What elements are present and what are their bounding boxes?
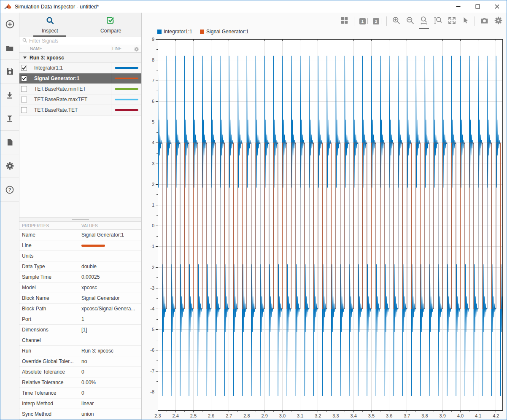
- property-label: Channel: [22, 337, 41, 343]
- signal-line-cell: [111, 105, 141, 115]
- export-button[interactable]: [0, 107, 19, 131]
- add-button[interactable]: [0, 13, 19, 36]
- search-icon: [22, 37, 27, 45]
- window-title: Simulation Data Inspector - untitled*: [15, 4, 99, 10]
- gear-icon: [494, 16, 503, 27]
- property-row[interactable]: Units: [19, 251, 141, 261]
- property-label: Relative Tolerance: [22, 380, 64, 385]
- zoom-out-button[interactable]: [406, 16, 415, 27]
- property-row[interactable]: NameSignal Generator:1: [19, 230, 141, 240]
- zoom-in-button[interactable]: [392, 16, 401, 27]
- plot-settings-button[interactable]: [494, 16, 503, 27]
- property-row[interactable]: RunRun 3: xpcosc: [19, 346, 141, 356]
- property-label: Interp Method: [22, 401, 53, 407]
- property-label: Model: [22, 285, 36, 291]
- x-tick-label: 3.0: [279, 413, 286, 418]
- layout-button[interactable]: [340, 16, 349, 27]
- snapshot-button[interactable]: [480, 16, 489, 27]
- x-tick-label: 4.2: [493, 413, 499, 418]
- signal-line-swatch: [115, 88, 138, 90]
- tab-inspect-label: Inspect: [42, 28, 58, 34]
- maximize-button[interactable]: [468, 0, 487, 13]
- signal-row[interactable]: Integrator1:1: [19, 63, 141, 73]
- signal-checkbox[interactable]: [21, 86, 27, 92]
- property-label: Time Tolerance: [22, 390, 56, 396]
- y-tick-label: -3: [150, 285, 154, 291]
- signal-checkbox[interactable]: [21, 65, 27, 71]
- property-value: 0: [81, 390, 84, 396]
- properties-splitter[interactable]: [19, 217, 141, 222]
- property-row[interactable]: Channel: [19, 335, 141, 346]
- signal-line-swatch: [115, 109, 138, 111]
- signal-row[interactable]: TET.BaseRate.TET: [19, 105, 141, 116]
- y-tick-label: -5: [150, 327, 154, 332]
- property-label: Absolute Tolerance: [22, 369, 65, 375]
- property-row[interactable]: Dimensions[1]: [19, 325, 141, 335]
- create-report-button[interactable]: [0, 131, 19, 154]
- signal-checkbox[interactable]: [21, 107, 27, 113]
- document-icon: [6, 138, 14, 147]
- close-button[interactable]: [487, 0, 507, 13]
- chart-toolbar: 12: [340, 15, 503, 27]
- y-tick-label: 7: [152, 78, 154, 83]
- time-plot[interactable]: 2.32.42.52.62.72.82.93.03.13.23.33.43.53…: [142, 26, 507, 420]
- property-row[interactable]: Sample Time0.00025: [19, 272, 141, 283]
- x-tick-label: 2.6: [208, 413, 214, 418]
- fit-to-view-button[interactable]: [448, 16, 456, 27]
- zoom-in-icon: [392, 16, 401, 27]
- property-row[interactable]: Line: [19, 240, 141, 251]
- help-button[interactable]: ?: [0, 178, 19, 202]
- filter-signals-box: [19, 37, 141, 45]
- x-tick-label: 4.1: [475, 413, 481, 418]
- import-icon: [5, 91, 14, 100]
- show-cursors-button[interactable]: [461, 16, 469, 26]
- signal-row[interactable]: TET.BaseRate.minTET: [19, 84, 141, 94]
- tab-bar: Inspect Compare: [19, 13, 141, 37]
- run-group-label: Run 3: xpcosc: [30, 55, 64, 61]
- property-row[interactable]: Sync Methodunion: [19, 409, 141, 420]
- x-tick-label: 2.3: [154, 413, 161, 418]
- property-row[interactable]: Port1: [19, 314, 141, 325]
- run-group-row[interactable]: Run 3: xpcosc: [19, 53, 141, 63]
- gear-icon[interactable]: [134, 46, 139, 53]
- signal-row[interactable]: Signal Generator:1: [19, 73, 141, 84]
- signal-checkbox[interactable]: [21, 97, 27, 102]
- property-label: Line: [22, 242, 32, 248]
- save-button[interactable]: [0, 60, 19, 83]
- property-value: 1: [81, 316, 84, 322]
- signal-line-cell: [111, 73, 141, 83]
- window-controls: [448, 0, 507, 13]
- property-row[interactable]: Block NameSignal Generator: [19, 293, 141, 304]
- property-row[interactable]: Absolute Tolerance0: [19, 367, 141, 377]
- matlab-logo-icon: [4, 3, 11, 10]
- property-row[interactable]: Interp Methodlinear: [19, 398, 141, 409]
- import-button[interactable]: [0, 83, 19, 107]
- property-row[interactable]: Time Tolerance0: [19, 388, 141, 398]
- tab-inspect[interactable]: Inspect: [19, 13, 81, 37]
- signal-checkbox[interactable]: [21, 75, 27, 81]
- zoom-in-time-button[interactable]: [420, 16, 429, 27]
- signal-name: Integrator1:1: [34, 65, 63, 71]
- property-row[interactable]: Override Global Toler...no: [19, 356, 141, 367]
- filter-signals-input[interactable]: [29, 38, 141, 44]
- preferences-button[interactable]: [0, 154, 19, 178]
- minimize-button[interactable]: [448, 0, 468, 13]
- signal-name: TET.BaseRate.TET: [34, 107, 78, 113]
- toolbar-separator: [354, 16, 354, 26]
- tab-compare[interactable]: Compare: [81, 13, 142, 37]
- property-row[interactable]: Block Pathxpcosc/Signal Genera...: [19, 304, 141, 314]
- signal-row[interactable]: TET.BaseRate.maxTET: [19, 94, 141, 105]
- open-button[interactable]: [0, 36, 19, 60]
- property-value: double: [81, 264, 97, 269]
- subplot-badge: 2: [373, 18, 379, 24]
- property-row[interactable]: Modelxpcosc: [19, 283, 141, 293]
- subplot-1-button[interactable]: 1: [359, 18, 366, 24]
- property-row[interactable]: Data Typedouble: [19, 261, 141, 272]
- zoom-in-y-button[interactable]: [434, 16, 442, 27]
- signal-name: TET.BaseRate.maxTET: [34, 97, 87, 102]
- subplot-2-button[interactable]: 2: [373, 18, 379, 24]
- chevron-down-icon[interactable]: [23, 57, 27, 59]
- save-icon: [5, 67, 14, 76]
- property-row[interactable]: Relative Tolerance0.00%: [19, 377, 141, 388]
- x-tick-label: 4.0: [457, 413, 464, 418]
